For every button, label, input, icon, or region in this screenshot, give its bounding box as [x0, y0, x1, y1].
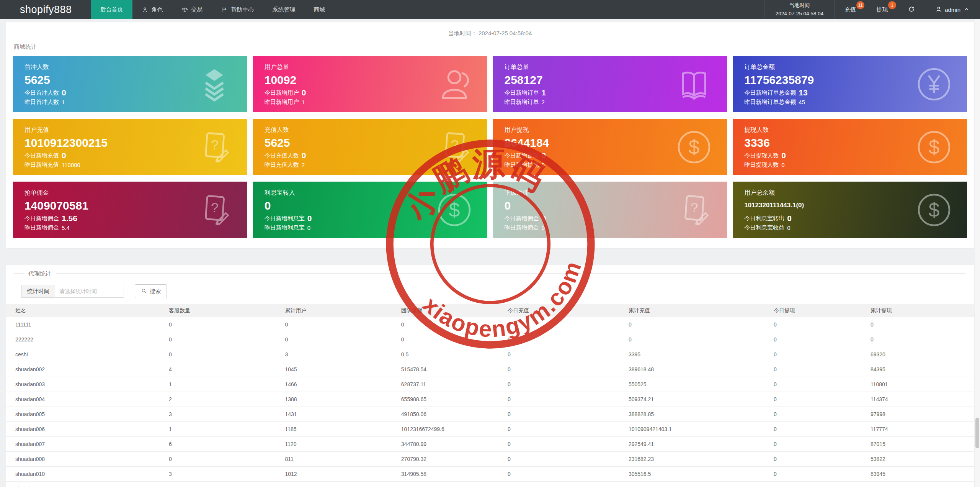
nav-item-label: 系统管理	[273, 6, 296, 13]
table-cell: 0	[626, 317, 771, 332]
table-cell: 314905.58	[398, 467, 505, 482]
card-value: 3336	[744, 136, 967, 150]
card-value: 0	[505, 199, 727, 213]
user-name: admin	[945, 7, 960, 13]
nav-item-3[interactable]: 交易	[172, 0, 212, 19]
card-value: 8644184	[505, 136, 727, 150]
card-today-value: 0	[542, 151, 546, 160]
table-cell: 0	[505, 407, 626, 422]
withdraw-button[interactable]: 提现 1	[866, 0, 898, 19]
nav-item-label: 角色	[152, 6, 163, 13]
nav-item-1[interactable]: 后台首页	[91, 0, 132, 19]
card-value: 0	[265, 199, 487, 213]
card-yesterday-label: 昨日提现人数	[744, 161, 779, 169]
stat-card-11: 下级返佣0今日新增佣金0昨日新增佣金0?	[493, 182, 727, 238]
nav-item-4[interactable]: 帮助中心	[212, 0, 263, 19]
card-title: 订单总金额	[744, 63, 967, 71]
stat-card-2: 用户总量10092今日新增用户0昨日新增用户1	[253, 56, 487, 112]
user-menu[interactable]: admin	[925, 0, 980, 19]
table-row: 2222220000000	[6, 332, 974, 347]
nav-menu: 后台首页角色交易帮助中心系统管理商城	[91, 0, 335, 19]
top-navbar: shopify888 后台首页角色交易帮助中心系统管理商城 当地时间 2024-…	[0, 0, 980, 19]
table-cell: 0	[867, 332, 974, 347]
table-cell: 2	[166, 392, 282, 407]
card-yesterday-value: 1	[62, 99, 65, 105]
withdraw-label: 提现	[876, 6, 888, 13]
card-today-value: 0	[542, 214, 546, 223]
card-yesterday-label: 昨日新增提现	[505, 161, 539, 169]
table-cell: 0	[771, 422, 867, 437]
column-header: 团队余额	[398, 304, 505, 317]
card-value: 5625	[265, 136, 487, 150]
table-cell: 1012316672499.6	[398, 422, 505, 437]
card-title: 下级返佣	[505, 189, 727, 197]
table-cell: 0	[398, 317, 505, 332]
card-yesterday-value: 5.4	[62, 225, 70, 231]
table-cell: 0	[771, 407, 867, 422]
withdraw-badge: 1	[888, 1, 896, 9]
table-cell: 117774	[867, 422, 974, 437]
brand-logo[interactable]: shopify888	[0, 0, 91, 19]
table-cell: shuadan007	[6, 437, 166, 452]
page-scrollbar-track[interactable]	[975, 19, 980, 487]
card-value: 11756235879	[744, 73, 967, 87]
table-cell: 84395	[867, 362, 974, 377]
table-cell: 110801	[867, 377, 974, 392]
table-cell: shuadan006	[6, 422, 166, 437]
refresh-icon	[908, 6, 915, 14]
agents-table: 姓名客服数量累计用户团队余额今日充值累计充值今日提现累计提现 111111000…	[6, 304, 974, 487]
table-cell: 222222	[6, 332, 166, 347]
navbar-right: 当地时间 2024-07-25 04:58:04 充值 11 提现 1 admi…	[764, 0, 980, 19]
card-yesterday-value: 110000	[62, 162, 80, 168]
table-cell: 270790.32	[398, 452, 505, 467]
stat-time-input[interactable]	[55, 285, 124, 298]
card-title: 提现人数	[744, 126, 967, 134]
agent-stats-panel: 代理统计 统计时间 搜索 姓名客服数量累计用户团队余额今日充值累计充值今日提现累…	[6, 265, 974, 487]
nav-item-5[interactable]: 系统管理	[263, 0, 305, 19]
table-row: shuadan0110413158223.260143300.05039672	[6, 482, 974, 487]
table-cell: 3	[166, 407, 282, 422]
table-cell: 0	[282, 317, 398, 332]
card-yesterday-label: 昨日新增利息宝	[265, 224, 305, 231]
table-cell: 0	[771, 467, 867, 482]
stat-card-9: 抢单佣金1409070581今日新增佣金1.56昨日新增佣金5.4?	[13, 182, 247, 238]
card-yesterday-label: 昨日新增佣金	[505, 224, 539, 231]
nav-item-6[interactable]: 商城	[305, 0, 335, 19]
table-cell: 1120	[282, 437, 398, 452]
table-cell: 0	[398, 332, 505, 347]
column-header: 累计充值	[626, 304, 771, 317]
table-cell: 3	[282, 347, 398, 362]
table-cell: 0	[771, 392, 867, 407]
card-value: 1409070581	[24, 199, 247, 213]
card-today-value: 1	[542, 88, 546, 97]
refresh-button[interactable]	[898, 0, 925, 19]
table-cell: 628737.11	[398, 377, 505, 392]
table-cell: 305516.5	[626, 467, 771, 482]
card-today-label: 今日新增佣金	[24, 215, 59, 222]
table-cell: 515478.54	[398, 362, 505, 377]
card-yesterday-value: 0	[542, 162, 545, 168]
table-cell: 1388	[282, 392, 398, 407]
table-cell: 0	[505, 452, 626, 467]
table-row: shuadan00241045515478.540389618.48084395	[6, 362, 974, 377]
card-yesterday-value: 0	[307, 225, 310, 231]
card-yesterday-label: 昨日新增订单	[505, 98, 539, 106]
column-header: 今日充值	[505, 304, 626, 317]
card-yesterday-label: 昨日新增充值	[24, 161, 59, 169]
table-row: ceshi030.503395069320	[6, 347, 974, 362]
page-scrollbar-thumb[interactable]	[975, 418, 979, 448]
mall-stats-panel: 当地时间： 2024-07-25 04:58:04 商城统计 首冲人数5625今…	[6, 22, 974, 248]
table-row: shuadan00761120344780.990292549.41087015	[6, 437, 974, 452]
table-cell: 0	[771, 437, 867, 452]
table-cell: 158223.26	[398, 482, 505, 487]
recharge-button[interactable]: 充值 11	[834, 0, 866, 19]
table-cell: 655988.65	[398, 392, 505, 407]
table-cell: 811	[282, 452, 398, 467]
card-today-label: 今日提现人数	[744, 152, 779, 159]
nav-item-2[interactable]: 角色	[132, 0, 172, 19]
stat-time-label: 统计时间	[21, 285, 55, 298]
card-title: 利息宝转入	[265, 189, 487, 197]
card-title: 订单总量	[505, 63, 727, 71]
search-button[interactable]: 搜索	[135, 284, 167, 298]
card-today-label: 今日新增订单总金额	[744, 89, 796, 97]
